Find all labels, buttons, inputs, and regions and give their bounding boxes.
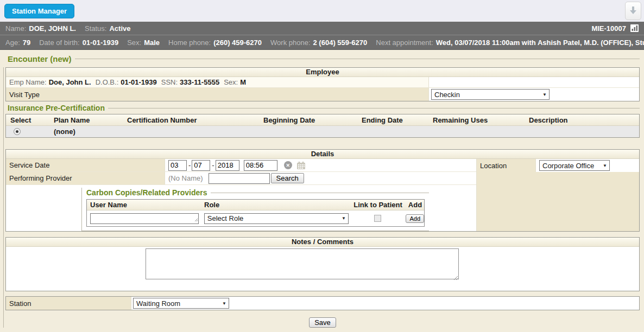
insurance-legend: Insurance Pre-Certification bbox=[8, 104, 105, 112]
chart-id: MIE-10007 bbox=[591, 24, 626, 33]
dob-value: 01-01-1939 bbox=[83, 39, 119, 47]
visit-type-select[interactable]: Checkin ▼ bbox=[431, 89, 550, 100]
col-remaining-uses: Remaining Uses bbox=[428, 114, 525, 125]
sex-value: Male bbox=[144, 39, 160, 47]
emp-ssn-label: SSN: bbox=[161, 78, 178, 86]
no-name-text: (No Name) bbox=[168, 174, 203, 182]
service-time-input[interactable] bbox=[244, 160, 277, 171]
emp-dob-label: D.O.B.: bbox=[96, 78, 119, 86]
next-appointment-value: Wed, 03/07/2018 11:00am with Ashish Pate… bbox=[436, 39, 644, 47]
station-value: Waiting Room bbox=[136, 299, 180, 308]
provider-search-input[interactable] bbox=[209, 173, 270, 184]
age-value: 79 bbox=[23, 39, 30, 47]
emp-name-label: Emp Name: bbox=[9, 78, 47, 86]
notes-textarea[interactable] bbox=[146, 248, 459, 279]
demographics-bar: Age: 79 Date of birth: 01-01-1939 Sex: M… bbox=[0, 35, 644, 50]
download-button[interactable] bbox=[625, 2, 641, 20]
encounter-legend: Encounter (new) bbox=[8, 54, 72, 63]
carbon-copies-section: Carbon Copies/Related Providers User Nam… bbox=[81, 188, 429, 231]
plan-name-none: (none) bbox=[49, 126, 123, 137]
user-name-input[interactable] bbox=[90, 213, 199, 224]
location-value: Corporate Office bbox=[542, 162, 594, 170]
date-separator: - bbox=[188, 161, 191, 169]
legend-divider bbox=[75, 59, 640, 59]
col-link-to-patient: Link to Patient bbox=[350, 200, 403, 210]
role-value: Select Role bbox=[207, 214, 243, 222]
resize-handle-icon[interactable] bbox=[454, 274, 458, 282]
save-button[interactable]: Save bbox=[309, 317, 336, 328]
performing-provider-label: Performing Provider bbox=[6, 172, 165, 184]
status-label: Status: bbox=[85, 24, 106, 33]
station-manager-button[interactable]: Station Manager bbox=[4, 4, 74, 18]
chevron-down-icon: ▼ bbox=[542, 92, 547, 97]
patient-name: DOE, JOHN L. bbox=[29, 24, 76, 33]
next-appointment-label: Next appointment: bbox=[376, 39, 433, 47]
patient-info-bar: Name: DOE, JOHN L. Status: Active MIE-10… bbox=[0, 22, 644, 35]
patient-status: Active bbox=[109, 24, 130, 33]
col-ending-date: Ending Date bbox=[357, 114, 428, 125]
emp-name-value: Doe, John L. bbox=[49, 78, 91, 86]
details-right-filler bbox=[477, 172, 639, 231]
emp-sex-label: Sex: bbox=[224, 78, 238, 86]
encounter-form: Encounter (new) Employee Emp Name: Doe, … bbox=[0, 50, 644, 328]
location-select[interactable]: Corporate Office ▼ bbox=[539, 160, 610, 171]
notes-section-header: Notes / Comments bbox=[6, 238, 639, 247]
home-phone-value: (260) 459-6270 bbox=[213, 39, 262, 47]
col-role: Role bbox=[201, 200, 350, 210]
notes-section: Notes / Comments bbox=[5, 237, 640, 291]
dob-label: Date of birth: bbox=[39, 39, 79, 47]
col-plan-name: Plan Name bbox=[49, 114, 123, 125]
employee-section-header: Employee bbox=[6, 68, 639, 77]
visit-type-label: Visit Type bbox=[6, 88, 428, 101]
col-beginning-date: Beginning Date bbox=[259, 114, 357, 125]
insurance-table: Select Plan Name Certification Number Be… bbox=[5, 114, 640, 138]
col-description: Description bbox=[525, 114, 639, 125]
role-select[interactable]: Select Role ▼ bbox=[204, 213, 349, 224]
employee-summary-spacer bbox=[428, 77, 639, 87]
station-select[interactable]: Waiting Room ▼ bbox=[133, 298, 229, 309]
visit-type-value: Checkin bbox=[434, 91, 460, 99]
col-select: Select bbox=[6, 114, 49, 125]
service-date-day-input[interactable] bbox=[192, 160, 210, 171]
insurance-row-none: (none) bbox=[6, 126, 639, 137]
service-date-year-input[interactable] bbox=[216, 160, 239, 171]
work-phone-value: 2 (604) 559-6270 bbox=[313, 39, 368, 47]
resize-handle-icon[interactable] bbox=[195, 215, 198, 224]
provider-search-button[interactable]: Search bbox=[271, 173, 304, 183]
link-to-patient-checkbox[interactable] bbox=[374, 215, 381, 222]
details-section-header: Details bbox=[6, 150, 639, 159]
calendar-icon[interactable] bbox=[296, 161, 306, 170]
chevron-down-icon: ▼ bbox=[342, 216, 346, 221]
bar-chart-icon[interactable] bbox=[630, 24, 639, 32]
sex-label: Sex: bbox=[127, 39, 141, 47]
service-date-month-input[interactable] bbox=[168, 160, 187, 171]
insurance-none-radio[interactable] bbox=[14, 128, 21, 135]
download-icon bbox=[629, 6, 637, 16]
station-label: Station bbox=[6, 297, 131, 310]
chevron-down-icon: ▼ bbox=[603, 163, 607, 168]
name-label: Name: bbox=[5, 24, 26, 33]
emp-dob-value: 01-01-1939 bbox=[121, 78, 157, 86]
service-date-label: Service Date bbox=[6, 159, 165, 171]
insurance-header-row: Select Plan Name Certification Number Be… bbox=[6, 114, 639, 126]
station-section: Station Waiting Room ▼ bbox=[5, 296, 640, 310]
carbon-copies-header-row: User Name Role Link to Patient Add bbox=[87, 200, 424, 210]
carbon-copies-legend: Carbon Copies/Related Providers bbox=[86, 188, 207, 197]
home-phone-label: Home phone: bbox=[168, 39, 211, 47]
legend-divider bbox=[211, 193, 429, 193]
details-section: Details Service Date - - ✕ bbox=[5, 149, 640, 232]
top-toolbar: Station Manager bbox=[0, 0, 644, 22]
employee-section: Employee Emp Name: Doe, John L. D.O.B.: … bbox=[5, 67, 640, 101]
emp-sex-value: M bbox=[240, 78, 246, 86]
work-phone-label: Work phone: bbox=[270, 39, 310, 47]
employee-summary: Emp Name: Doe, John L. D.O.B.: 01-01-193… bbox=[6, 77, 428, 87]
emp-ssn-value: 333-11-5555 bbox=[180, 78, 219, 86]
col-certification-number: Certification Number bbox=[123, 114, 259, 125]
col-user-name: User Name bbox=[87, 200, 201, 210]
col-add: Add bbox=[403, 200, 424, 210]
add-provider-button[interactable]: Add bbox=[406, 214, 424, 223]
legend-divider bbox=[108, 108, 640, 108]
chevron-down-icon: ▼ bbox=[222, 301, 226, 306]
clear-date-icon[interactable]: ✕ bbox=[284, 161, 292, 169]
location-label: Location bbox=[477, 159, 535, 172]
